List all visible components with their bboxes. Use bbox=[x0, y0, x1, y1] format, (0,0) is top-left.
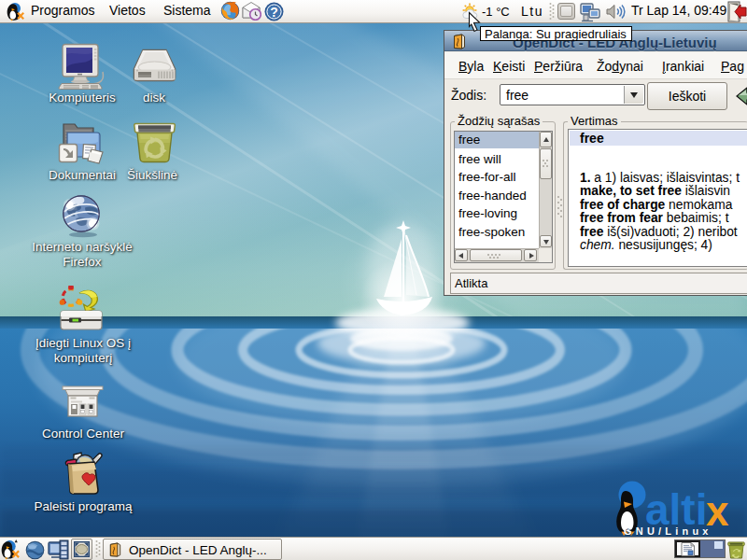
svg-text:GNU/Linux: GNU/Linux bbox=[624, 525, 712, 537]
svg-text:?: ? bbox=[270, 5, 278, 20]
